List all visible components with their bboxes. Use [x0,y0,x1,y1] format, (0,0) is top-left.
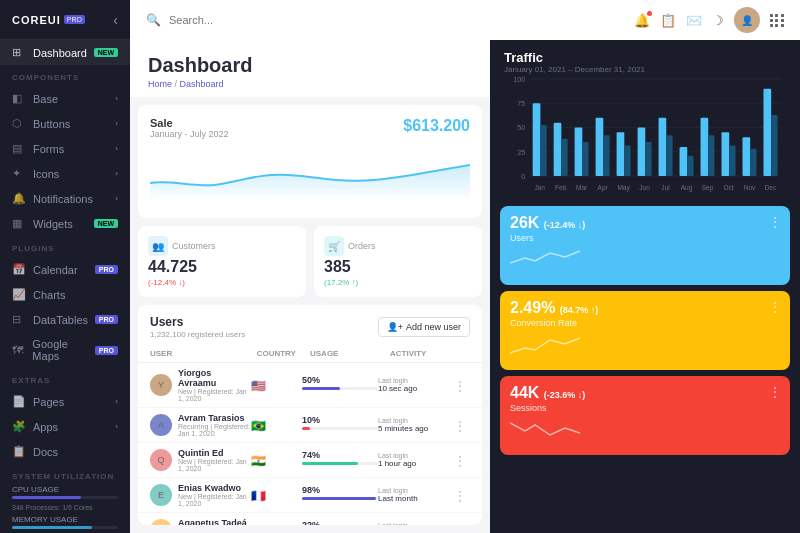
memory-label: MEMORY USAGE [12,515,118,524]
sale-info: Sale January - July 2022 [150,117,229,139]
activity-cell: Last login 5 minutes ago [378,417,454,433]
user-name: Yiorgos Avraamu [178,368,251,388]
sidebar-item-buttons[interactable]: ⬡ Buttons › [0,111,130,136]
usage-pct: 98% [302,485,378,495]
svg-rect-34 [701,118,709,176]
sidebar-nav: ⊞ Dashboard NEW COMPONENTS ◧ Base › ⬡ Bu… [0,40,130,533]
country-flag: 🇫🇷 [251,489,266,503]
row-menu-icon[interactable]: ⋮ [454,379,466,393]
search-input[interactable] [169,14,349,26]
list-icon[interactable]: 📋 [660,13,676,28]
user-avatar: Q [150,449,172,471]
activity-date: Last login [378,452,454,459]
svg-rect-44 [771,115,777,176]
usage-pct: 50% [302,375,378,385]
sidebar-item-label: Apps [33,421,58,433]
sale-header: Sale January - July 2022 $613.200 [150,117,470,139]
datatables-icon: ⊟ [12,313,26,326]
country-flag: 🇪🇸 [251,524,266,525]
svg-rect-37 [722,132,730,176]
usage-cell: 50% [302,375,378,395]
widget-sparkline [510,413,580,443]
svg-rect-10 [533,103,541,176]
customers-value: 44.725 [148,258,296,276]
orders-icon: 🛒 [324,236,344,256]
activity-time: 10 sec ago [378,384,454,393]
country-flag: 🇺🇸 [251,379,266,393]
traffic-chart: 1007550250JanFebMarAprMayJunJulAugSepOct… [504,74,786,194]
country-flag: 🇮🇳 [251,454,266,468]
avatar[interactable]: 👤 [734,7,760,33]
calendar-icon: 📅 [12,263,26,276]
user-name: Quintin Ed [178,448,251,458]
sidebar-item-datatables[interactable]: ⊟ DataTables PRO [0,307,130,332]
svg-text:Sep: Sep [702,184,714,192]
widget-menu-icon[interactable]: ⋮ [768,299,782,315]
grid-icon[interactable] [770,14,784,27]
envelope-icon[interactable]: ✉️ [686,13,702,28]
users-section: Users 1,232,100 registered users 👤+ Add … [138,305,482,525]
breadcrumb-home[interactable]: Home [148,79,172,89]
left-panel: Dashboard Home / Dashboard Sale January … [130,40,490,533]
user-name: Enias Kwadwo [178,483,251,493]
sidebar-item-charts[interactable]: 📈 Charts [0,282,130,307]
charts-icon: 📈 [12,288,26,301]
add-user-button[interactable]: 👤+ Add new user [378,317,470,337]
sidebar-item-docs[interactable]: 📋 Docs [0,439,130,464]
sidebar-item-icons[interactable]: ✦ Icons › [0,161,130,186]
right-stats: 26K (-12.4% ↓) Users ⋮ 2.49% (84.7% ↑) C… [490,200,800,533]
sidebar-item-google-maps[interactable]: 🗺 Google Maps PRO [0,332,130,368]
svg-rect-22 [617,132,625,176]
svg-rect-26 [645,142,651,176]
row-menu-cell: ⋮ [454,486,470,504]
svg-text:25: 25 [517,149,525,156]
sidebar-item-apps[interactable]: 🧩 Apps › [0,414,130,439]
widget-menu-icon[interactable]: ⋮ [768,384,782,400]
activity-time: 1 hour ago [378,459,454,468]
sidebar-item-label: DataTables [33,314,88,326]
users-widget-widget: 26K (-12.4% ↓) Users ⋮ [500,206,790,285]
sidebar-item-pages[interactable]: 📄 Pages › [0,389,130,414]
svg-text:Feb: Feb [555,184,567,191]
logo-version: PRO [64,15,85,24]
svg-rect-28 [659,118,667,176]
sidebar-item-dashboard[interactable]: ⊞ Dashboard NEW [0,40,130,65]
sidebar-toggle[interactable]: ‹ [113,12,118,28]
widget-menu-icon[interactable]: ⋮ [768,214,782,230]
base-icon: ◧ [12,92,26,105]
bell-icon[interactable]: 🔔 [634,13,650,28]
usage-bar-bg [302,497,378,500]
user-name: Avram Tarasios [178,413,251,423]
svg-text:Apr: Apr [598,184,609,192]
sidebar-item-base[interactable]: ◧ Base › [0,86,130,111]
dashboard-icon: ⊞ [12,46,26,59]
sidebar-item-calendar[interactable]: 📅 Calendar PRO [0,257,130,282]
user-cell: A Avram Tarasios Recurring | Registered:… [150,413,251,437]
moon-icon[interactable]: ☽ [712,13,724,28]
sidebar-item-forms[interactable]: ▤ Forms › [0,136,130,161]
svg-rect-11 [540,125,546,176]
sidebar-item-widgets[interactable]: ▦ Widgets NEW [0,211,130,236]
search-icon: 🔍 [146,13,161,27]
usage-pct: 22% [302,520,378,525]
page-header: Dashboard Home / Dashboard [130,40,490,97]
apps-icon: 🧩 [12,420,26,433]
row-menu-icon[interactable]: ⋮ [454,419,466,433]
sidebar-item-notifications[interactable]: 🔔 Notifications › [0,186,130,211]
row-menu-icon[interactable]: ⋮ [454,454,466,468]
svg-rect-38 [729,145,735,176]
svg-rect-40 [742,137,750,176]
stats-row: 👥 Customers 44.725 (-12.4% ↓) 🛒 Orders 3… [130,226,490,305]
orders-label: 🛒 Orders [324,236,472,256]
table-row: E Enias Kwadwo New | Registered: Jan 1, … [138,478,482,513]
sidebar-item-label: Pages [33,396,64,408]
cpu-bar [12,496,81,499]
svg-rect-41 [750,149,756,176]
users-subtitle: 1,232,100 registered users [150,330,245,339]
svg-text:Dec: Dec [765,184,777,191]
row-menu-icon[interactable]: ⋮ [454,489,466,503]
activity-time: 5 minutes ago [378,424,454,433]
usage-pct: 74% [302,450,378,460]
table-row: Q Quintin Ed New | Registered: Jan 1, 20… [138,443,482,478]
row-menu-icon[interactable]: ⋮ [454,524,466,525]
